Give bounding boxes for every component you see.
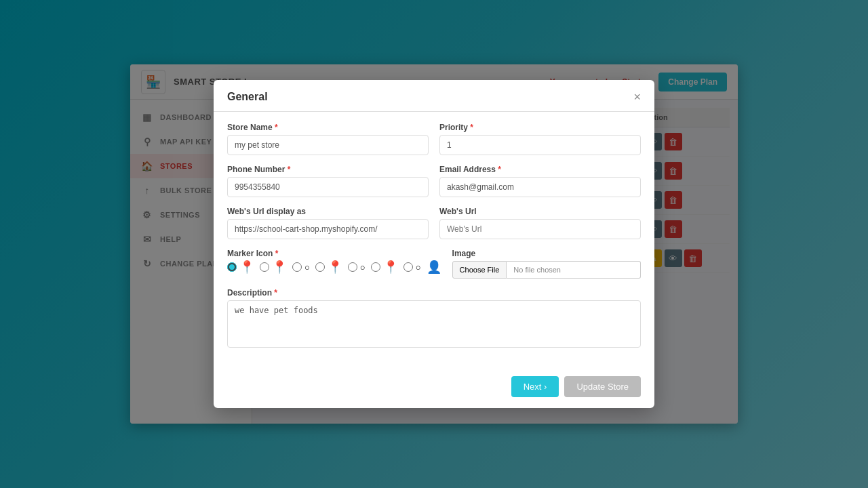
store-name-label: Store Name *: [227, 123, 429, 132]
web-url-input[interactable]: [439, 219, 641, 239]
marker-icon-group: Marker Icon * 📍 📍 ○: [227, 249, 441, 279]
marker-icon-8: 👤: [427, 261, 441, 273]
web-url-display-group: Web's Url display as: [227, 207, 429, 239]
store-name-group: Store Name *: [227, 123, 429, 155]
phone-input[interactable]: [227, 177, 429, 197]
phone-group: Phone Number *: [227, 165, 429, 197]
marker-option-8[interactable]: 👤: [427, 261, 441, 273]
marker-icon-6: 📍: [383, 261, 398, 273]
marker-icon-2: 📍: [272, 261, 287, 273]
form-row-5: Description * we have pet foods: [227, 288, 641, 348]
marker-radio-3[interactable]: [292, 262, 302, 272]
marker-option-5[interactable]: ○: [348, 262, 366, 272]
marker-option-2[interactable]: 📍: [260, 261, 287, 273]
modal-header: General ×: [214, 80, 654, 112]
email-label: Email Address *: [439, 165, 641, 174]
modal-overlay: General × Store Name * Priority *: [0, 0, 868, 488]
web-url-display-label: Web's Url display as: [227, 207, 429, 216]
web-url-group: Web's Url: [439, 207, 641, 239]
description-group: Description * we have pet foods: [227, 288, 641, 348]
file-input-group: Choose File No file chosen: [452, 261, 641, 279]
email-group: Email Address *: [439, 165, 641, 197]
modal-body: Store Name * Priority * Phone Number *: [214, 112, 654, 368]
marker-option-1[interactable]: 📍: [227, 261, 254, 273]
form-row-4: Marker Icon * 📍 📍 ○: [227, 249, 641, 279]
marker-icon-4: 📍: [328, 261, 342, 273]
marker-radio-6[interactable]: [371, 262, 380, 272]
description-textarea[interactable]: we have pet foods: [227, 300, 641, 348]
web-url-display-input[interactable]: [227, 219, 429, 239]
marker-icons-container: 📍 📍 ○ 📍: [227, 261, 441, 273]
marker-option-7[interactable]: ○: [403, 262, 421, 272]
priority-group: Priority *: [439, 123, 641, 155]
marker-icon-3: ○: [304, 263, 310, 272]
modal-close-button[interactable]: ×: [633, 91, 641, 103]
marker-option-6[interactable]: 📍: [371, 261, 398, 273]
description-label: Description *: [227, 288, 641, 298]
marker-icon-1: 📍: [239, 261, 254, 273]
marker-radio-5[interactable]: [348, 262, 357, 272]
form-row-2: Phone Number * Email Address *: [227, 165, 641, 197]
file-name-display: No file chosen: [507, 261, 641, 279]
form-row-3: Web's Url display as Web's Url: [227, 207, 641, 239]
image-label: Image: [452, 249, 641, 258]
marker-option-3[interactable]: ○: [292, 262, 310, 272]
marker-icon-7: ○: [416, 263, 421, 272]
email-input[interactable]: [439, 177, 641, 197]
marker-icon-label: Marker Icon *: [227, 249, 441, 258]
marker-radio-4[interactable]: [315, 262, 325, 272]
update-store-button[interactable]: Update Store: [564, 376, 641, 397]
marker-radio-7[interactable]: [403, 262, 413, 272]
priority-label: Priority *: [439, 123, 641, 132]
modal-title: General: [227, 91, 268, 103]
general-modal: General × Store Name * Priority *: [214, 80, 654, 408]
choose-file-button[interactable]: Choose File: [452, 261, 507, 279]
image-group: Image Choose File No file chosen: [452, 249, 641, 279]
next-button[interactable]: Next ›: [511, 376, 559, 397]
phone-label: Phone Number *: [227, 165, 429, 174]
priority-input[interactable]: [439, 135, 641, 155]
marker-radio-2[interactable]: [260, 262, 269, 272]
marker-icon-5: ○: [360, 263, 366, 272]
web-url-label: Web's Url: [439, 207, 641, 216]
modal-footer: Next › Update Store: [214, 368, 654, 408]
store-name-input[interactable]: [227, 135, 429, 155]
marker-option-4[interactable]: 📍: [315, 261, 342, 273]
form-row-1: Store Name * Priority *: [227, 123, 641, 155]
marker-radio-1[interactable]: [227, 262, 237, 272]
